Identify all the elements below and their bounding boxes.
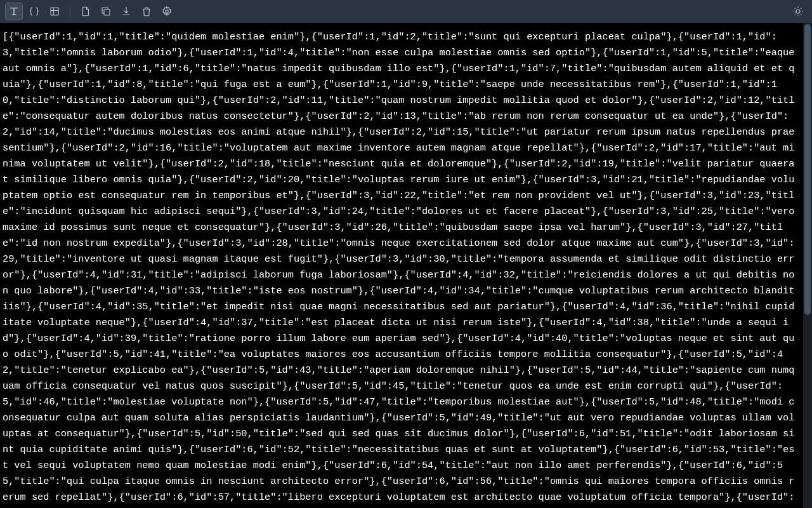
json-text-view[interactable]: [{"userId":1,"id":1,"title":"quidem mole…	[0, 23, 803, 508]
table-view-button[interactable]	[46, 3, 63, 20]
toolbar-left-group	[5, 3, 176, 20]
sun-icon	[792, 6, 804, 17]
scrollbar-thumb[interactable]	[804, 24, 811, 315]
content-wrapper: [{"userId":1,"id":1,"title":"quidem mole…	[0, 23, 812, 508]
gear-icon	[161, 6, 173, 17]
braces-view-button[interactable]	[25, 3, 43, 20]
download-button[interactable]	[117, 3, 135, 20]
svg-point-3	[796, 10, 800, 13]
delete-button[interactable]	[138, 3, 155, 20]
download-icon	[121, 6, 132, 17]
braces-icon	[29, 6, 40, 17]
copy-icon	[100, 6, 112, 17]
svg-rect-1	[104, 10, 110, 15]
file-icon	[80, 6, 91, 17]
text-view-button[interactable]	[5, 3, 23, 20]
trash-icon	[141, 6, 152, 17]
table-icon	[49, 6, 60, 17]
toolbar	[0, 0, 812, 23]
svg-rect-0	[51, 8, 58, 15]
text-icon	[8, 6, 20, 17]
svg-point-2	[166, 10, 169, 13]
vertical-scrollbar[interactable]	[803, 23, 812, 508]
new-document-button[interactable]	[77, 3, 95, 20]
toolbar-right-group	[789, 3, 807, 20]
toolbar-separator	[70, 5, 70, 18]
settings-button[interactable]	[158, 3, 176, 20]
theme-toggle-button[interactable]	[789, 3, 807, 20]
copy-button[interactable]	[97, 3, 115, 20]
